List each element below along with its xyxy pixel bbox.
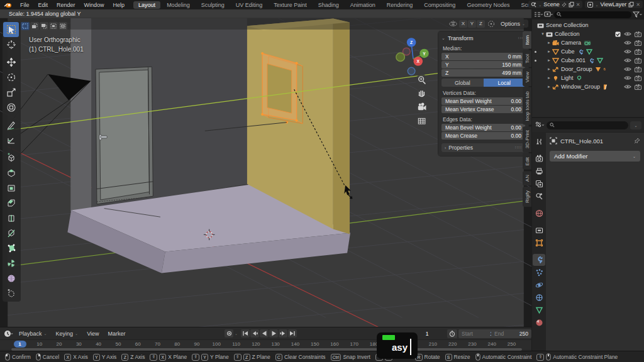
disclosure-down-icon[interactable]: ▼	[541, 32, 546, 36]
tool-measure[interactable]	[3, 133, 19, 148]
select-mode-extend[interactable]	[30, 22, 39, 30]
editor-type-icon[interactable]	[535, 121, 545, 129]
remove-view-layer-icon[interactable]: ✕	[636, 2, 640, 8]
breadcrumb-object-name[interactable]: CTRL_Hole.001	[560, 138, 603, 145]
jump-to-end-button[interactable]	[288, 329, 297, 337]
door-object[interactable]	[96, 67, 153, 204]
tool-cursor[interactable]	[3, 37, 19, 52]
workspace-tab-rendering[interactable]: Rendering	[382, 1, 418, 9]
disclosure-right-icon[interactable]: ►	[547, 58, 552, 62]
new-view-layer-icon[interactable]	[628, 2, 634, 8]
outliner-row-cube[interactable]: ►Cube	[532, 47, 644, 56]
properties-tab-material[interactable]	[533, 317, 545, 329]
display-mode-icon[interactable]	[544, 11, 553, 18]
auto-keying-button[interactable]	[225, 329, 233, 337]
vertex-field-1[interactable]: Mean Vertex Crease0.00	[441, 106, 525, 113]
outliner-search-input[interactable]	[554, 11, 631, 18]
properties-tab-constraints[interactable]	[533, 292, 545, 304]
tool-inset-faces[interactable]	[3, 180, 19, 195]
orientation-global-button[interactable]: Global	[441, 79, 484, 87]
eye-icon[interactable]	[624, 67, 631, 72]
properties-tab-tool[interactable]	[533, 136, 545, 148]
timeline-menu-marker[interactable]: Marker	[103, 331, 130, 337]
properties-tab-object-data[interactable]	[533, 304, 545, 316]
editor-type-icon[interactable]	[534, 11, 543, 18]
tool-add-primitive[interactable]	[3, 150, 19, 165]
workspace-tab-animation[interactable]: Animation	[345, 1, 380, 9]
timeline-menu-keying[interactable]: Keying⌄	[52, 331, 83, 337]
timeline-ruler[interactable]: 1102030405060708090100110120130140150160…	[0, 339, 531, 349]
previous-keyframe-button[interactable]	[250, 329, 259, 337]
disclosure-right-icon[interactable]: ►	[547, 85, 552, 89]
sidebar-tab-item[interactable]: Item	[523, 31, 531, 49]
workspace-tab-texture-paint[interactable]: Texture Paint	[269, 1, 312, 9]
tool-annotate[interactable]	[3, 118, 19, 133]
workspace-tab-sculpting[interactable]: Sculpting	[196, 1, 230, 9]
next-keyframe-button[interactable]	[279, 329, 287, 337]
sidebar-tab-rigify[interactable]: Rigify	[523, 187, 531, 207]
timeline-menu-view[interactable]: View	[82, 331, 103, 337]
zoom-button[interactable]	[416, 74, 428, 86]
new-scene-icon[interactable]	[569, 2, 574, 8]
frame-start-field[interactable]: Start 1	[458, 329, 496, 338]
proportional-editing-icon[interactable]	[487, 20, 495, 28]
properties-tab-view-layer[interactable]	[533, 178, 545, 190]
outliner-row-scene-collection[interactable]: Scene Collection	[532, 21, 644, 30]
mirror-icon[interactable]	[449, 20, 457, 28]
sidebar-tab-tool[interactable]: Tool	[523, 50, 531, 67]
select-mode-subtract[interactable]	[40, 22, 48, 30]
dropdown-chevron-icon[interactable]: ⌄	[595, 3, 598, 7]
orthographic-toggle-button[interactable]	[416, 115, 428, 127]
window-frame-selected[interactable]	[261, 52, 303, 124]
eye-icon[interactable]	[624, 31, 631, 36]
workspace-tab-geometry-nodes[interactable]: Geometry Nodes	[462, 1, 514, 9]
workspace-tab-modeling[interactable]: Modeling	[162, 1, 195, 9]
checkbox-icon[interactable]	[615, 31, 621, 37]
render-visibility-icon[interactable]	[635, 75, 641, 81]
sidebar-tab-view[interactable]: View	[523, 68, 531, 86]
keying-set-chevron[interactable]: ⌄	[235, 331, 238, 336]
sidebar-tab-edit[interactable]: Edit	[523, 153, 531, 170]
workspace-tab-shading[interactable]: Shading	[313, 1, 344, 9]
pan-button[interactable]	[416, 87, 428, 99]
view-layer-name[interactable]: ViewLayer	[600, 1, 626, 8]
close-icon[interactable]: ✕	[576, 2, 580, 8]
properties-tab-object[interactable]	[533, 237, 545, 249]
disclosure-right-icon[interactable]: ►	[547, 41, 552, 45]
scene-selector[interactable]: ⌄ Scene ✕	[528, 1, 582, 8]
scene-name[interactable]: Scene	[543, 1, 560, 8]
sidebar-tab-3d-print[interactable]: 3D-Print	[523, 126, 531, 152]
disclosure-right-icon[interactable]: ►	[547, 76, 552, 80]
eye-icon[interactable]	[624, 75, 631, 80]
properties-tab-world[interactable]	[533, 207, 545, 219]
render-visibility-icon[interactable]	[635, 58, 641, 63]
edge-field-0[interactable]: Mean Bevel Weight0.00	[441, 124, 525, 131]
tool-select-box[interactable]	[3, 22, 19, 37]
tool-knife[interactable]	[3, 226, 19, 241]
median-y-field[interactable]: Y150 mm	[441, 61, 525, 69]
pin-icon[interactable]	[634, 138, 640, 144]
mirror-axis-z[interactable]: Z	[477, 20, 485, 28]
mirror-axis-y[interactable]: Y	[468, 20, 476, 28]
tool-bevel[interactable]	[3, 195, 19, 211]
select-mode-invert[interactable]	[49, 22, 58, 30]
disclosure-right-icon[interactable]: ►	[547, 50, 552, 53]
workspace-tab-compositing[interactable]: Compositing	[419, 1, 460, 9]
render-visibility-icon[interactable]	[635, 31, 641, 37]
tool-move[interactable]	[3, 55, 19, 70]
properties-search-input[interactable]	[547, 121, 628, 129]
outliner-row-camera[interactable]: ►Camera	[532, 38, 644, 47]
timeline-menu-playback[interactable]: Playback⌄	[14, 331, 52, 337]
outliner-row-window_group[interactable]: ►Window_Group	[532, 82, 644, 91]
properties-tab-scene[interactable]	[533, 190, 545, 202]
orientation-local-button[interactable]: Local	[484, 79, 526, 87]
eye-icon[interactable]	[624, 84, 631, 89]
properties-tab-physics[interactable]	[533, 279, 545, 291]
play-button[interactable]	[269, 329, 278, 337]
render-visibility-icon[interactable]	[635, 67, 641, 72]
menu-file[interactable]: File	[16, 2, 34, 8]
properties-subpanel[interactable]: ›Properties ∷∷	[441, 143, 525, 152]
properties-options-chevron[interactable]: ⌄	[630, 121, 641, 129]
camera-view-button[interactable]	[416, 102, 428, 114]
render-visibility-icon[interactable]	[635, 40, 641, 46]
